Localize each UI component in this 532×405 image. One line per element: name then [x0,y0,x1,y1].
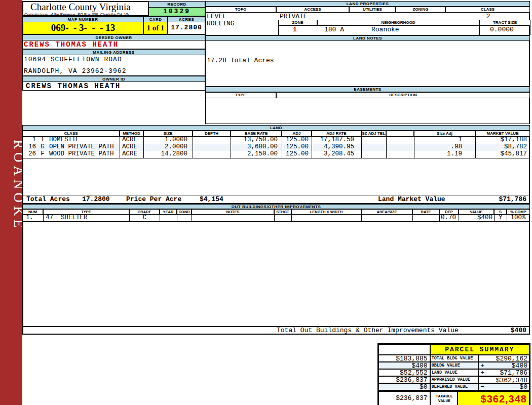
ob-col-rate: RATE [412,209,439,215]
record-box: RECORD 10329 [148,1,205,16]
land-class-code: G [36,144,49,151]
ob-grade: C [129,215,160,221]
land-adj: 125.00 [282,151,312,158]
out-buildings-section: OUT BUILDINGS/OTHER IMPROVEMENTS NUM TYP… [22,204,530,335]
ob-area-size [361,215,412,221]
taxable-label: TAXABLE VALUE [430,391,458,405]
total-acres-value: 17.2800 [82,195,110,204]
land-totals-row: Total Acres 17.2800 Price Per Acre $4,15… [22,195,530,204]
col-class: CLASS [22,131,120,137]
summary-right-value: $290,162 [496,355,527,361]
land-column-headers: CLASS METHOD SIZE DEPTH BASE RATE ADJ AD… [22,131,530,137]
land-properties-values: LEVEL ROLLING PRIVATE 2 ZONE NEIGHBORHOO… [205,13,530,35]
ob-pct-comp: 100% [507,215,530,221]
land-market-value-total: $71,786 [499,195,526,204]
easement-type-label: TYPE [205,92,276,98]
land-properties-headers: TOPO ACCESS UTILITIES ZONING CLASS [205,7,530,13]
summary-right-value: $400 [512,362,527,369]
land-class-num: 1 [23,137,36,144]
land-section: LAND CLASS METHOD SIZE DEPTH BASE RATE A… [22,125,530,204]
land-method: ACRE [120,151,143,158]
ob-col-dep: DEP [439,209,459,215]
neighborhood-code: 180 A [324,26,344,33]
tract-size-divider [479,25,480,35]
land-adj-rate: 4,390.95 [312,144,361,151]
taxable-value: $362,348 [458,391,529,405]
land-class-desc: WOOD PRIVATE PATH [49,151,114,158]
land-depth [193,137,231,144]
neighborhood-name: Roanoke [371,26,399,33]
land-notes-box: 17.28 Total Acres [205,41,530,87]
ob-col-year: YEAR [160,209,177,215]
ob-col-pct-comp: % COMP [507,209,530,215]
land-base-rate: 13,750.00 [231,137,282,144]
summary-left-value: $236,837 [378,376,430,383]
card-label: CARD [143,16,168,22]
out-buildings-headers: NUM TYPE GRADE YEAR COND NOTES STHGT LEN… [22,209,530,215]
land-class-num: 26 [23,151,36,158]
land-adj: 125.00 [282,144,312,151]
ob-col-value: VALUE [459,209,494,215]
summary-row-land: $52,552 LAND VALUE +$71,786 [378,369,529,376]
col-sz-adj-tbl: SZ ADJ TBL [361,131,386,137]
land-base-rate: 2,150.00 [231,151,282,158]
topo-value-1: LEVEL [207,13,226,20]
land-base-rate: 3,600.00 [231,144,282,151]
record-label: RECORD [148,1,205,8]
ob-type: 47 SHELTER [43,215,129,221]
land-row: 16GOPEN PRIVATE PATH ACRE 2.0000 3,600.0… [22,144,530,151]
land-depth [193,151,231,158]
summary-blank-cell [378,344,430,355]
deeded-owner-value: CREWS THOMAS HEATH [22,40,205,49]
access-value: PRIVATE [280,13,308,20]
ob-cond [177,215,192,221]
summary-op: + [480,370,484,376]
address-line-2: RANDOLPH, VA 23962-3962 [24,67,126,75]
land-sz-adj-tbl [361,137,386,144]
summary-row-deferred: $0 DEFERRED VALUE −$0 [378,383,529,390]
map-value-row: 069- - 3- - - 13 1 of 1 17.2800 [22,22,205,34]
ob-col-num: NUM [22,209,43,215]
ob-length-width [291,215,361,221]
parcel-summary-title: PARCEL SUMMARY [430,344,529,355]
col-market-value: MARKET VALUE [475,131,530,137]
ob-total-label: Total Out Buildings & Other Improvements… [277,327,459,334]
card-value: 1 of 1 [143,22,168,34]
tract-size-label: TRACT SIZE [479,20,530,26]
out-buildings-empty-rows [22,221,530,326]
col-method: METHOD [120,131,143,137]
ob-col-area-size: AREA/SIZE [361,209,412,215]
summary-row-taxable: $236,837 TAXABLE VALUE $362,348 [378,390,529,405]
ob-col-length-width: LENGTH X WIDTH [291,209,361,215]
ob-col-s: S [494,209,507,215]
easements-title: EASEMENTS [205,87,530,92]
map-number-value: 069- - 3- - - 13 [22,22,143,34]
mailing-address-box: 10694 SCUFFLETOWN ROAD RANDOLPH, VA 2396… [22,55,205,76]
summary-right-value: $362,348 [496,377,527,383]
summary-left-value: $0 [378,383,430,390]
col-adj: ADJ [282,131,312,137]
easements-headers: TYPE DESCRIPTION [205,92,530,98]
land-size-adj: 1 [414,137,475,144]
county-title-box: Charlotte County Virginia Commissioner o… [22,1,148,16]
summary-label: DEFERRED VALUE [430,383,479,390]
ob-num: 1. [22,215,43,221]
zone-neighborhood-table: ZONE NEIGHBORHOOD TRACT SIZE 1 180 A Roa… [278,20,530,35]
land-empty-rows [22,158,530,195]
land-row: 26FWOOD PRIVATE PATH ACRE 14.2800 2,150.… [22,151,530,158]
ob-notes [192,215,274,221]
mailing-address-label: MAILING ADDRESS [22,49,205,55]
col-depth: DEPTH [193,131,231,137]
ob-col-sthgt: STHGT [274,209,291,215]
neighborhood-label: NEIGHBORHOOD [317,20,479,26]
land-size-adj: .98 [414,144,475,151]
land-size-adj: 1.19 [414,151,475,158]
utilities-label: UTILITIES [349,7,396,13]
land-depth [193,144,231,151]
zone-label: ZONE [278,20,317,26]
owner-id-value: CREWS THOMAS HEATH [22,82,205,91]
col-blank [386,131,414,137]
deeded-owner-label: DEEDED OWNER [22,34,205,40]
land-class-num: 16 [23,144,36,151]
land-method: ACRE [120,137,143,144]
